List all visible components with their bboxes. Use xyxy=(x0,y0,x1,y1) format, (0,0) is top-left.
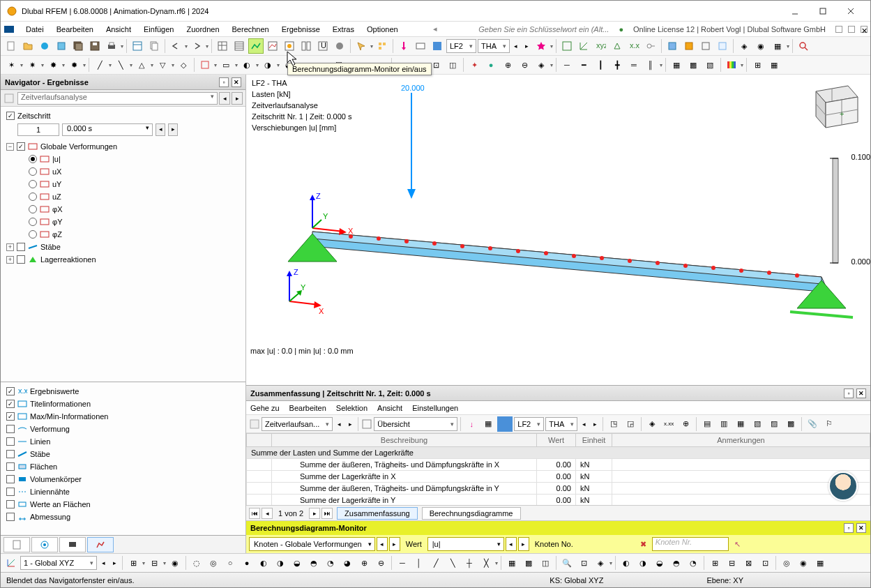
timestep-number-input[interactable] xyxy=(17,123,59,136)
surface-tool-3[interactable]: ◑ xyxy=(260,57,275,73)
btm-misc-1[interactable]: ◐ xyxy=(619,555,634,571)
staebe-expand[interactable]: + xyxy=(6,243,14,251)
btm-snap-11[interactable]: ⊕ xyxy=(356,555,372,571)
staebe-label[interactable]: Stäbe xyxy=(40,243,61,251)
btm-snap-7[interactable]: ◒ xyxy=(289,555,305,571)
save-icon[interactable] xyxy=(87,38,103,54)
results-table-icon[interactable] xyxy=(232,38,247,54)
line-tool-6[interactable]: ║ xyxy=(643,57,658,73)
node-tool-2[interactable]: ✸ xyxy=(45,57,61,73)
btm-line-2[interactable]: │ xyxy=(411,555,427,571)
surface-tool-2[interactable]: ◐ xyxy=(239,57,255,73)
render-solid-icon[interactable] xyxy=(665,38,680,54)
analysis-dropdown[interactable]: Zeitverlaufsanalyse xyxy=(17,92,218,105)
opt-label-3[interactable]: Verformung xyxy=(30,425,70,433)
page-next-button[interactable]: ▸ xyxy=(309,508,320,519)
sum-menu-edit[interactable]: Bearbeiten xyxy=(289,404,326,412)
sum-menu-settings[interactable]: Einstellungen xyxy=(412,404,458,412)
result-combination-icon[interactable] xyxy=(282,38,297,54)
menu-einfuegen[interactable]: Einfügen xyxy=(138,24,179,35)
nav-tab-display[interactable] xyxy=(31,537,58,552)
mdi-restore-button[interactable] xyxy=(848,26,855,33)
summary-close-icon[interactable]: ✕ xyxy=(856,389,866,398)
menu-ansicht[interactable]: Ansicht xyxy=(100,24,137,35)
view-full-icon[interactable] xyxy=(559,38,575,54)
opt-label-4[interactable]: Linien xyxy=(30,437,50,446)
opt-label-2[interactable]: Max/Min-Informationen xyxy=(30,412,109,421)
btm-extra-4[interactable]: ⊡ xyxy=(757,555,773,571)
monitor-next-1[interactable]: ▸ xyxy=(389,537,400,551)
sum-filter-3[interactable]: ⊕ xyxy=(678,416,693,432)
btm-view-3[interactable]: ◫ xyxy=(538,555,553,571)
new-file-icon[interactable] xyxy=(3,38,19,54)
opt-cb-2[interactable] xyxy=(6,412,15,421)
analysis-type-dropdown[interactable]: THA xyxy=(478,39,510,53)
color-tool-4[interactable]: ⊖ xyxy=(517,57,532,73)
btm-snap-10[interactable]: ◕ xyxy=(340,555,355,571)
btm-line-4[interactable]: ╲ xyxy=(445,555,460,571)
btm-zoom-2[interactable]: ⊡ xyxy=(576,555,591,571)
nav-tab-results[interactable] xyxy=(87,537,114,552)
menu-optionen[interactable]: Optionen xyxy=(361,24,404,35)
surface-tool-1[interactable]: ▭ xyxy=(218,57,234,73)
opt-label-7[interactable]: Volumenkörper xyxy=(30,475,82,483)
btm-misc-2[interactable]: ◑ xyxy=(635,555,651,571)
grid-tool-1[interactable]: ⊞ xyxy=(750,57,765,73)
btm-snap-12[interactable]: ⊖ xyxy=(373,555,388,571)
timestep-checkbox[interactable] xyxy=(6,112,15,120)
btm-extra-3[interactable]: ⊠ xyxy=(741,555,756,571)
btm-line-6[interactable]: ╳ xyxy=(478,555,494,571)
sum-tool-e[interactable]: ▨ xyxy=(766,416,782,432)
sum-tool-b[interactable]: ▥ xyxy=(716,416,732,432)
sum-menu-select[interactable]: Selektion xyxy=(336,404,368,412)
timestep-next-button[interactable]: ▸ xyxy=(168,123,178,136)
mesh-tool-1[interactable]: ▦ xyxy=(669,57,684,73)
opt-cb-6[interactable] xyxy=(6,462,15,471)
menu-extras[interactable]: Extras xyxy=(327,24,360,35)
opt-label-1[interactable]: Titelinformationen xyxy=(30,400,91,408)
undo-icon[interactable] xyxy=(168,38,183,54)
btm-ks-icon[interactable] xyxy=(3,555,19,571)
view-supports-icon[interactable] xyxy=(609,38,625,54)
menu-bearbeiten[interactable]: Bearbeiten xyxy=(51,24,99,35)
line-tool-5[interactable]: ═ xyxy=(626,57,642,73)
btm-snap-6[interactable]: ◑ xyxy=(273,555,288,571)
copy-icon[interactable] xyxy=(146,38,162,54)
comp-u-radio[interactable] xyxy=(29,155,37,163)
color-tool-3[interactable]: ⊕ xyxy=(500,57,515,73)
sum-clip-icon[interactable]: 📎 xyxy=(805,416,820,432)
comp-ux-radio[interactable] xyxy=(29,167,37,176)
search-prev-icon[interactable]: ◂ xyxy=(433,24,437,33)
timestep-value-dropdown[interactable]: 0.000 s xyxy=(62,123,153,136)
globdef-label[interactable]: Globale Verformungen xyxy=(40,142,117,151)
loadcase-prev-icon[interactable]: ◂ xyxy=(511,38,521,54)
view-axes-icon[interactable] xyxy=(576,38,591,54)
sum-tool-c[interactable]: ▦ xyxy=(733,416,748,432)
sum-lf-next[interactable]: ▸ xyxy=(590,416,600,432)
sum-overview-dropdown[interactable]: Übersicht xyxy=(374,417,457,431)
btm-extra-2[interactable]: ⊟ xyxy=(724,555,739,571)
table-row[interactable]: Summe der Lagerkräfte in X0.00kN xyxy=(247,471,870,483)
lager-expand[interactable]: + xyxy=(6,256,14,264)
opt-cb-8[interactable] xyxy=(6,488,15,496)
line-tool-1[interactable]: ─ xyxy=(559,57,575,73)
btm-line-1[interactable]: ─ xyxy=(395,555,410,571)
sum-dd-prev[interactable]: ◂ xyxy=(334,416,344,432)
model-data-icon[interactable] xyxy=(130,38,145,54)
navigator-pin-icon[interactable]: ▫ xyxy=(219,77,229,87)
loadcase-dropdown[interactable]: LF2 xyxy=(446,39,476,53)
mdi-minimize-button[interactable] xyxy=(835,26,842,33)
align-tool-3[interactable]: ◫ xyxy=(445,57,460,73)
btm-snap-4[interactable]: ● xyxy=(239,555,255,571)
comp-uz-radio[interactable] xyxy=(29,193,37,201)
nav-tab-views[interactable] xyxy=(59,537,86,552)
line-tool-4[interactable]: ╋ xyxy=(609,57,625,73)
opt-cb-9[interactable] xyxy=(6,500,15,508)
col-value[interactable]: Wert xyxy=(537,434,576,447)
load-table-icon[interactable] xyxy=(413,38,428,54)
page-prev-button[interactable]: ◂ xyxy=(262,508,273,519)
wizard-icon[interactable] xyxy=(374,38,390,54)
comp-phiz-label[interactable]: φZ xyxy=(52,230,62,239)
maximize-button[interactable] xyxy=(809,1,837,21)
sum-menu-view[interactable]: Ansicht xyxy=(377,404,402,412)
